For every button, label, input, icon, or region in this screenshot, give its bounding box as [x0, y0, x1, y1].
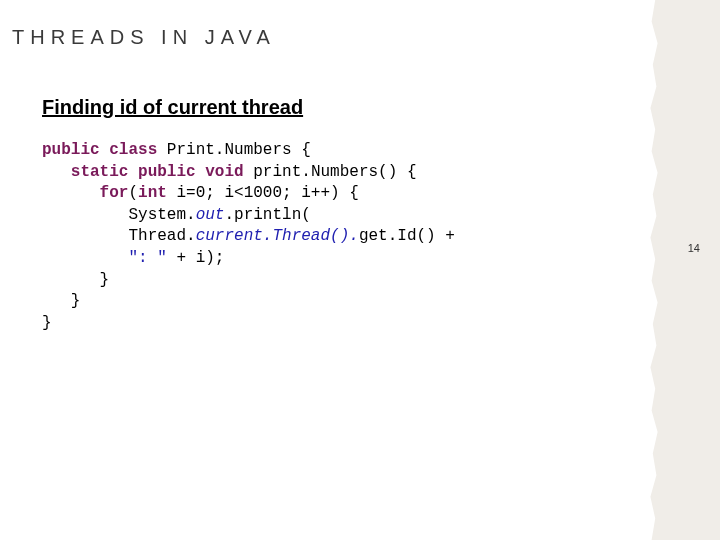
keyword-for: for [100, 184, 129, 202]
code-text: { [397, 163, 416, 181]
code-text: i=0; i<1000; i++) { [167, 184, 359, 202]
class-name: Print.Numbers [167, 141, 292, 159]
page-number: 14 [688, 242, 700, 254]
code-text: System. [128, 206, 195, 224]
string-literal: ": " [128, 249, 166, 267]
slide-title: THREADS IN JAVA [12, 26, 276, 49]
code-text: { [292, 141, 311, 159]
code-brace: } [100, 271, 110, 289]
code-brace: } [71, 292, 81, 310]
section-heading: Finding id of current thread [42, 96, 303, 119]
code-text: .println( [224, 206, 310, 224]
keyword-class: class [109, 141, 157, 159]
code-block: public class Print.Numbers { static publ… [42, 140, 455, 334]
keyword-public: public [138, 163, 196, 181]
page-margin [660, 0, 720, 540]
torn-paper-edge [648, 0, 660, 540]
identifier-out: out [196, 206, 225, 224]
code-text: + i); [167, 249, 225, 267]
keyword-static: static [71, 163, 129, 181]
code-text: Thread. [128, 227, 195, 245]
keyword-int: int [138, 184, 167, 202]
method-name: print.Numbers() [253, 163, 397, 181]
identifier-currentthread: current.Thread(). [196, 227, 359, 245]
code-text: ( [128, 184, 138, 202]
code-text: get.Id() + [359, 227, 455, 245]
code-brace: } [42, 314, 52, 332]
keyword-public: public [42, 141, 100, 159]
keyword-void: void [205, 163, 243, 181]
